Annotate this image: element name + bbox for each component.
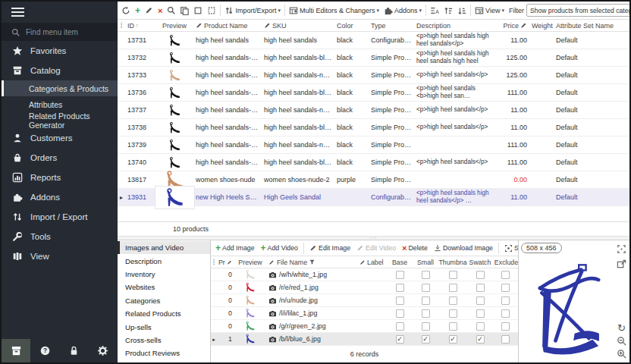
image-row[interactable]: 0 /n/u/nude.jpg (211, 294, 518, 307)
exclude-checkbox[interactable] (501, 284, 510, 292)
swatch-checkbox[interactable] (476, 322, 485, 331)
thumbnail-checkbox[interactable] (449, 271, 457, 279)
add-image-button[interactable]: +Add Image (213, 243, 257, 253)
small-checkbox[interactable] (422, 271, 430, 279)
table-row[interactable]: 13736 high heel sandals-black-36 high he… (118, 84, 629, 102)
filter-select[interactable]: Show products from selected categories▾ (526, 4, 629, 17)
small-checkbox[interactable] (422, 309, 430, 318)
sort-desc-button[interactable] (455, 5, 469, 16)
sidebar-item-view[interactable]: View (2, 246, 118, 266)
swatch-checkbox[interactable] (476, 271, 485, 279)
sidebar-item-reports[interactable]: Reports (2, 168, 118, 187)
sidebar-item-favorites[interactable]: Favorites (2, 41, 118, 61)
detail-tab[interactable]: Description (118, 254, 210, 267)
column-exclude[interactable]: Exclude (493, 259, 518, 266)
import-export-menu[interactable]: Import/Export▾ (222, 5, 283, 16)
swatch-checkbox[interactable] (476, 335, 485, 344)
base-checkbox[interactable] (396, 335, 404, 344)
sidebar-item-import-export[interactable]: Import / Export (2, 207, 118, 227)
view-menu[interactable]: View▾ (472, 5, 507, 16)
help-icon[interactable] (39, 345, 51, 356)
thumbnail-checkbox[interactable] (449, 297, 457, 305)
column-thumbnail[interactable]: Thumbna (438, 259, 467, 266)
image-row[interactable]: 0 /g/r/green_2.jpg (211, 320, 518, 333)
gear-icon[interactable] (97, 345, 108, 356)
detail-tab[interactable]: Related Products (118, 307, 210, 320)
sidebar-subitem[interactable]: Attributes (2, 96, 118, 112)
sidebar-item-orders[interactable]: Orders (2, 148, 118, 168)
zoom-out-icon[interactable] (617, 336, 626, 346)
set-resize-rule-button[interactable]: Set Resize Rule (502, 243, 518, 253)
base-checkbox[interactable] (396, 322, 404, 331)
column-price[interactable]: Price (498, 22, 529, 30)
hamburger-menu-button[interactable] (2, 2, 118, 23)
exclude-checkbox[interactable] (501, 297, 510, 305)
edit-image-button[interactable]: Edit Image (307, 243, 353, 253)
image-row[interactable]: 0 /r/e/red_1.jpg (211, 281, 518, 294)
image-row[interactable]: 1 /b/l/blue_6.jpg (211, 333, 518, 346)
swatch-checkbox[interactable] (476, 284, 485, 292)
delete-product-button[interactable]: × (155, 6, 165, 15)
exclude-checkbox[interactable] (501, 322, 510, 331)
swatch-checkbox[interactable] (476, 297, 485, 305)
menu-search-input[interactable]: Find menu item (2, 23, 118, 41)
base-checkbox[interactable] (396, 297, 404, 305)
table-row[interactable]: 13739 high heel sandals-nude-37 high hee… (118, 136, 629, 154)
small-checkbox[interactable] (422, 322, 430, 331)
edit-video-button[interactable]: Edit Video (354, 243, 398, 253)
zoom-in-icon[interactable] (617, 349, 626, 359)
refresh-button[interactable] (119, 5, 133, 16)
sort-asc-button[interactable] (441, 5, 455, 16)
table-row[interactable]: 13738 high heel sandals-black-37 high he… (118, 119, 629, 136)
column-small[interactable]: Small (413, 259, 438, 266)
small-checkbox[interactable] (422, 335, 430, 344)
download-image-button[interactable]: Download Image (432, 243, 495, 253)
column-product-name[interactable]: Product Name (193, 22, 262, 30)
thumbnail-checkbox[interactable] (449, 309, 457, 318)
thumbnail-checkbox[interactable] (449, 335, 457, 344)
column-color[interactable]: Color (334, 22, 369, 30)
sidebar-item-addons[interactable]: Addons (2, 187, 118, 207)
column-type[interactable]: Type (369, 22, 414, 30)
store-button[interactable] (2, 339, 30, 362)
sidebar-subitem[interactable]: Categories & Products (2, 80, 118, 96)
small-checkbox[interactable] (422, 297, 430, 305)
base-checkbox[interactable] (396, 309, 404, 318)
rotate-icon[interactable]: ↻ (617, 324, 626, 333)
select-button[interactable] (205, 5, 218, 16)
sort-az-button[interactable] (428, 5, 441, 16)
table-row[interactable]: 13733 high heel sandals-nude high heel s… (118, 67, 629, 84)
detail-tab[interactable]: Categories (118, 294, 210, 307)
detail-tab[interactable]: Inventory (118, 268, 210, 281)
thumbnail-checkbox[interactable] (449, 322, 457, 331)
detail-tab[interactable]: Product Reviews (118, 347, 210, 359)
open-external-icon[interactable] (617, 259, 626, 269)
column-attribute-set[interactable]: Attribute Set Name (554, 22, 629, 30)
column-weight[interactable]: Weight (529, 22, 554, 30)
column-sku[interactable]: SKU (262, 22, 334, 30)
swatch-checkbox[interactable] (476, 309, 485, 318)
detail-tab[interactable]: Images and Video (118, 241, 210, 254)
small-checkbox[interactable] (422, 284, 430, 292)
edit-product-button[interactable] (143, 5, 155, 15)
detail-tab[interactable]: Cross-sells (118, 334, 210, 347)
search-button[interactable] (165, 5, 177, 15)
lock-icon[interactable] (68, 345, 80, 356)
sidebar-item-catalog[interactable]: Catalog (2, 61, 118, 80)
sidebar-item-tools[interactable]: Tools (2, 227, 118, 246)
add-product-button[interactable]: + (133, 6, 143, 15)
exclude-checkbox[interactable] (501, 309, 510, 318)
multi-editors-menu[interactable]: Multi Editors & Changers▾ (287, 5, 381, 16)
column-preview[interactable]: Preview (234, 259, 267, 266)
exclude-checkbox[interactable] (501, 271, 510, 279)
detail-tab[interactable]: Up-sells (118, 320, 210, 333)
column-id[interactable]: ID↑ (125, 22, 155, 30)
addons-menu[interactable]: Addons▾ (381, 5, 424, 16)
table-row[interactable]: 13732 high heel sandals-black high heel … (118, 49, 629, 67)
add-video-button[interactable]: +Add Video (259, 243, 300, 253)
column-position[interactable]: Pr (217, 259, 234, 266)
table-row[interactable]: 13731 high heel sandals high heel sandal… (118, 32, 629, 49)
exclude-checkbox[interactable] (501, 335, 510, 344)
delete-image-button[interactable]: ×Delete (400, 243, 430, 253)
paste-button[interactable] (191, 5, 205, 16)
